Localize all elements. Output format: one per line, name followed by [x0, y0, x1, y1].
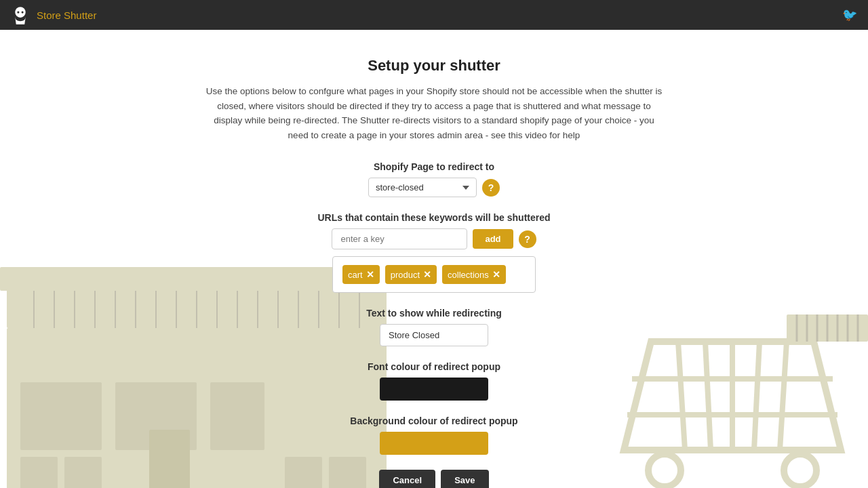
keywords-help-button[interactable]: ? — [519, 230, 536, 248]
tag-collections: collections ✕ — [442, 265, 506, 284]
tag-collections-label: collections — [448, 270, 489, 280]
tag-product: product ✕ — [385, 265, 437, 284]
bg-colour-swatch[interactable] — [380, 432, 488, 455]
tag-cart-label: cart — [348, 270, 363, 280]
svg-point-2 — [22, 12, 24, 14]
page-title: Setup your shutter — [14, 57, 854, 75]
tag-collections-remove-button[interactable]: ✕ — [492, 270, 500, 279]
redirect-text-label: Text to show while redirecting — [14, 308, 854, 319]
font-colour-label: Font colour of redirect popup — [14, 361, 854, 372]
shopify-page-row: store-closed coming-soon maintenance ? — [14, 178, 854, 197]
tag-cart-remove-button[interactable]: ✕ — [366, 270, 374, 279]
bg-colour-label: Background colour of redirect popup — [14, 415, 854, 426]
svg-point-1 — [17, 12, 19, 14]
keywords-input-row: add ? — [14, 228, 854, 249]
app-header: Store Shutter 🐦 — [0, 0, 868, 30]
cancel-button[interactable]: Cancel — [379, 470, 435, 488]
main-content: Setup your shutter Use the options below… — [0, 30, 868, 488]
font-colour-swatch[interactable] — [380, 378, 488, 401]
shopify-page-label: Shopify Page to redirect to — [14, 161, 854, 172]
tag-product-label: product — [391, 270, 420, 280]
shopify-page-help-button[interactable]: ? — [482, 179, 500, 197]
page-description: Use the options below to confgure what p… — [203, 84, 665, 142]
tag-product-remove-button[interactable]: ✕ — [423, 270, 431, 279]
keywords-section: URLs that contain these keywords will be… — [14, 212, 854, 293]
header-left: Store Shutter — [11, 5, 96, 24]
keyword-input[interactable] — [332, 228, 467, 249]
svg-point-0 — [15, 7, 26, 18]
tag-cart: cart ✕ — [342, 265, 380, 284]
add-keyword-button[interactable]: add — [473, 229, 513, 249]
font-colour-section: Font colour of redirect popup — [14, 361, 854, 401]
keywords-label: URLs that contain these keywords will be… — [14, 212, 854, 223]
app-title: Store Shutter — [37, 9, 96, 21]
shopify-page-section: Shopify Page to redirect to store-closed… — [14, 161, 854, 197]
app-logo — [11, 5, 30, 24]
redirect-text-section: Text to show while redirecting — [14, 308, 854, 346]
redirect-text-input[interactable] — [380, 324, 488, 346]
bg-colour-section: Background colour of redirect popup — [14, 415, 854, 455]
shopify-page-select[interactable]: store-closed coming-soon maintenance — [368, 178, 477, 197]
redirect-text-row — [14, 324, 854, 346]
action-buttons: Cancel Save — [14, 470, 854, 488]
save-button[interactable]: Save — [441, 470, 488, 488]
tags-container: cart ✕ product ✕ collections ✕ — [332, 256, 536, 293]
twitter-icon[interactable]: 🐦 — [842, 7, 857, 22]
